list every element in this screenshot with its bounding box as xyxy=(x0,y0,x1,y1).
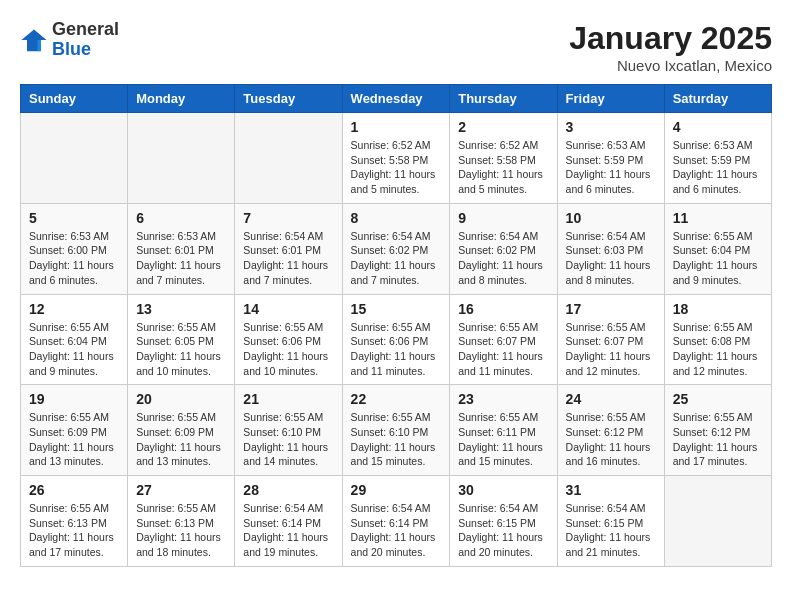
logo-icon xyxy=(20,26,48,54)
calendar-day-cell: 16Sunrise: 6:55 AM Sunset: 6:07 PM Dayli… xyxy=(450,294,557,385)
calendar-day-cell: 22Sunrise: 6:55 AM Sunset: 6:10 PM Dayli… xyxy=(342,385,450,476)
day-number: 22 xyxy=(351,391,442,407)
day-number: 30 xyxy=(458,482,548,498)
day-number: 10 xyxy=(566,210,656,226)
calendar-day-cell: 29Sunrise: 6:54 AM Sunset: 6:14 PM Dayli… xyxy=(342,476,450,567)
calendar-day-cell: 30Sunrise: 6:54 AM Sunset: 6:15 PM Dayli… xyxy=(450,476,557,567)
day-number: 11 xyxy=(673,210,763,226)
day-number: 28 xyxy=(243,482,333,498)
calendar-day-cell xyxy=(128,113,235,204)
day-number: 16 xyxy=(458,301,548,317)
day-number: 24 xyxy=(566,391,656,407)
day-number: 20 xyxy=(136,391,226,407)
title-block: January 2025 Nuevo Ixcatlan, Mexico xyxy=(569,20,772,74)
calendar-day-cell: 17Sunrise: 6:55 AM Sunset: 6:07 PM Dayli… xyxy=(557,294,664,385)
day-info: Sunrise: 6:55 AM Sunset: 6:07 PM Dayligh… xyxy=(566,320,656,379)
day-number: 2 xyxy=(458,119,548,135)
calendar-day-cell: 25Sunrise: 6:55 AM Sunset: 6:12 PM Dayli… xyxy=(664,385,771,476)
calendar-day-cell: 20Sunrise: 6:55 AM Sunset: 6:09 PM Dayli… xyxy=(128,385,235,476)
weekday-header-row: SundayMondayTuesdayWednesdayThursdayFrid… xyxy=(21,85,772,113)
day-info: Sunrise: 6:55 AM Sunset: 6:04 PM Dayligh… xyxy=(29,320,119,379)
day-number: 13 xyxy=(136,301,226,317)
day-info: Sunrise: 6:54 AM Sunset: 6:03 PM Dayligh… xyxy=(566,229,656,288)
calendar-day-cell: 14Sunrise: 6:55 AM Sunset: 6:06 PM Dayli… xyxy=(235,294,342,385)
weekday-header-friday: Friday xyxy=(557,85,664,113)
calendar-day-cell xyxy=(21,113,128,204)
day-info: Sunrise: 6:54 AM Sunset: 6:01 PM Dayligh… xyxy=(243,229,333,288)
day-number: 8 xyxy=(351,210,442,226)
calendar-day-cell: 28Sunrise: 6:54 AM Sunset: 6:14 PM Dayli… xyxy=(235,476,342,567)
day-info: Sunrise: 6:53 AM Sunset: 6:01 PM Dayligh… xyxy=(136,229,226,288)
day-info: Sunrise: 6:52 AM Sunset: 5:58 PM Dayligh… xyxy=(351,138,442,197)
day-info: Sunrise: 6:54 AM Sunset: 6:14 PM Dayligh… xyxy=(351,501,442,560)
day-info: Sunrise: 6:55 AM Sunset: 6:13 PM Dayligh… xyxy=(136,501,226,560)
month-year-title: January 2025 xyxy=(569,20,772,57)
calendar-day-cell: 13Sunrise: 6:55 AM Sunset: 6:05 PM Dayli… xyxy=(128,294,235,385)
day-number: 21 xyxy=(243,391,333,407)
calendar-day-cell: 9Sunrise: 6:54 AM Sunset: 6:02 PM Daylig… xyxy=(450,203,557,294)
day-number: 5 xyxy=(29,210,119,226)
location-subtitle: Nuevo Ixcatlan, Mexico xyxy=(569,57,772,74)
calendar-week-row: 12Sunrise: 6:55 AM Sunset: 6:04 PM Dayli… xyxy=(21,294,772,385)
day-info: Sunrise: 6:54 AM Sunset: 6:15 PM Dayligh… xyxy=(458,501,548,560)
calendar-day-cell: 7Sunrise: 6:54 AM Sunset: 6:01 PM Daylig… xyxy=(235,203,342,294)
calendar-day-cell xyxy=(664,476,771,567)
calendar-day-cell: 11Sunrise: 6:55 AM Sunset: 6:04 PM Dayli… xyxy=(664,203,771,294)
calendar-day-cell: 3Sunrise: 6:53 AM Sunset: 5:59 PM Daylig… xyxy=(557,113,664,204)
svg-marker-0 xyxy=(21,29,46,51)
day-number: 27 xyxy=(136,482,226,498)
day-info: Sunrise: 6:55 AM Sunset: 6:05 PM Dayligh… xyxy=(136,320,226,379)
calendar-day-cell: 8Sunrise: 6:54 AM Sunset: 6:02 PM Daylig… xyxy=(342,203,450,294)
day-number: 12 xyxy=(29,301,119,317)
weekday-header-monday: Monday xyxy=(128,85,235,113)
logo-general: General xyxy=(52,19,119,39)
day-number: 1 xyxy=(351,119,442,135)
day-info: Sunrise: 6:55 AM Sunset: 6:08 PM Dayligh… xyxy=(673,320,763,379)
day-info: Sunrise: 6:55 AM Sunset: 6:06 PM Dayligh… xyxy=(351,320,442,379)
day-number: 15 xyxy=(351,301,442,317)
calendar-day-cell: 6Sunrise: 6:53 AM Sunset: 6:01 PM Daylig… xyxy=(128,203,235,294)
day-info: Sunrise: 6:55 AM Sunset: 6:06 PM Dayligh… xyxy=(243,320,333,379)
calendar-week-row: 5Sunrise: 6:53 AM Sunset: 6:00 PM Daylig… xyxy=(21,203,772,294)
day-number: 23 xyxy=(458,391,548,407)
day-info: Sunrise: 6:54 AM Sunset: 6:14 PM Dayligh… xyxy=(243,501,333,560)
day-info: Sunrise: 6:55 AM Sunset: 6:09 PM Dayligh… xyxy=(136,410,226,469)
day-info: Sunrise: 6:55 AM Sunset: 6:04 PM Dayligh… xyxy=(673,229,763,288)
day-number: 19 xyxy=(29,391,119,407)
weekday-header-saturday: Saturday xyxy=(664,85,771,113)
day-number: 17 xyxy=(566,301,656,317)
day-number: 7 xyxy=(243,210,333,226)
calendar-day-cell: 15Sunrise: 6:55 AM Sunset: 6:06 PM Dayli… xyxy=(342,294,450,385)
page-header: General Blue January 2025 Nuevo Ixcatlan… xyxy=(20,20,772,74)
day-number: 4 xyxy=(673,119,763,135)
calendar-day-cell: 10Sunrise: 6:54 AM Sunset: 6:03 PM Dayli… xyxy=(557,203,664,294)
logo-blue: Blue xyxy=(52,39,91,59)
day-info: Sunrise: 6:54 AM Sunset: 6:15 PM Dayligh… xyxy=(566,501,656,560)
day-number: 18 xyxy=(673,301,763,317)
day-info: Sunrise: 6:55 AM Sunset: 6:12 PM Dayligh… xyxy=(673,410,763,469)
weekday-header-thursday: Thursday xyxy=(450,85,557,113)
weekday-header-tuesday: Tuesday xyxy=(235,85,342,113)
calendar-day-cell: 12Sunrise: 6:55 AM Sunset: 6:04 PM Dayli… xyxy=(21,294,128,385)
calendar-day-cell: 26Sunrise: 6:55 AM Sunset: 6:13 PM Dayli… xyxy=(21,476,128,567)
day-info: Sunrise: 6:52 AM Sunset: 5:58 PM Dayligh… xyxy=(458,138,548,197)
day-number: 26 xyxy=(29,482,119,498)
calendar-day-cell: 23Sunrise: 6:55 AM Sunset: 6:11 PM Dayli… xyxy=(450,385,557,476)
calendar-week-row: 19Sunrise: 6:55 AM Sunset: 6:09 PM Dayli… xyxy=(21,385,772,476)
day-number: 31 xyxy=(566,482,656,498)
logo-text: General Blue xyxy=(52,20,119,60)
day-number: 3 xyxy=(566,119,656,135)
day-number: 9 xyxy=(458,210,548,226)
calendar-day-cell: 18Sunrise: 6:55 AM Sunset: 6:08 PM Dayli… xyxy=(664,294,771,385)
calendar-day-cell: 19Sunrise: 6:55 AM Sunset: 6:09 PM Dayli… xyxy=(21,385,128,476)
calendar-day-cell: 2Sunrise: 6:52 AM Sunset: 5:58 PM Daylig… xyxy=(450,113,557,204)
calendar-week-row: 1Sunrise: 6:52 AM Sunset: 5:58 PM Daylig… xyxy=(21,113,772,204)
calendar-day-cell: 5Sunrise: 6:53 AM Sunset: 6:00 PM Daylig… xyxy=(21,203,128,294)
day-info: Sunrise: 6:55 AM Sunset: 6:11 PM Dayligh… xyxy=(458,410,548,469)
day-info: Sunrise: 6:55 AM Sunset: 6:13 PM Dayligh… xyxy=(29,501,119,560)
day-info: Sunrise: 6:53 AM Sunset: 5:59 PM Dayligh… xyxy=(566,138,656,197)
calendar-day-cell: 4Sunrise: 6:53 AM Sunset: 5:59 PM Daylig… xyxy=(664,113,771,204)
day-info: Sunrise: 6:53 AM Sunset: 5:59 PM Dayligh… xyxy=(673,138,763,197)
calendar-table: SundayMondayTuesdayWednesdayThursdayFrid… xyxy=(20,84,772,567)
calendar-day-cell: 21Sunrise: 6:55 AM Sunset: 6:10 PM Dayli… xyxy=(235,385,342,476)
